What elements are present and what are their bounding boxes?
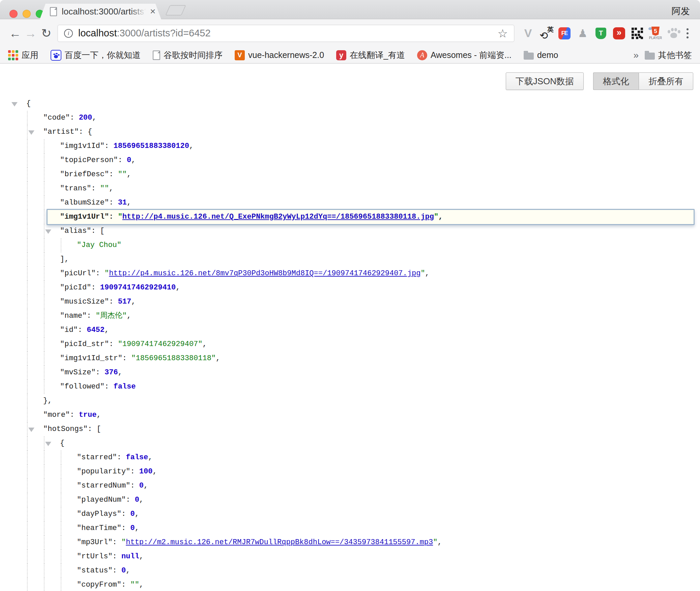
json-token: { <box>88 128 92 136</box>
json-row: "hotSongs": [ <box>0 422 700 436</box>
json-row: "popularity": 100, <box>0 465 700 479</box>
json-link[interactable]: http://p4.music.126.net/8mv7qP30Pd3oHW8b… <box>109 269 420 278</box>
browser-window: localhost:3000/artists?id=645 × 阿发 ← → ↻… <box>0 0 700 591</box>
indent-guide <box>44 182 45 196</box>
bookmark-item[interactable]: y在线翻译_有道 <box>336 50 405 61</box>
indent-guide <box>27 564 28 578</box>
bookmarks-right: » 其他书签 <box>633 50 692 61</box>
back-button[interactable]: ← <box>7 26 23 41</box>
indent-guide <box>61 521 61 535</box>
json-link[interactable]: http://p4.music.126.net/Q_ExePNkmgB2yWyL… <box>122 213 434 221</box>
browser-menu-icon[interactable] <box>682 26 693 41</box>
indent-guide <box>44 281 45 295</box>
collapse-arrow-icon[interactable] <box>45 442 51 446</box>
collapse-arrow-icon[interactable] <box>45 229 51 234</box>
json-token: "copyFrom": <box>77 581 130 589</box>
bookmarks-overflow-icon[interactable]: » <box>633 50 639 61</box>
bookmark-label: 其他书签 <box>658 50 692 61</box>
bookmark-item[interactable]: demo <box>524 50 558 60</box>
bookmark-item[interactable]: AAwesomes - 前端资... <box>417 50 512 61</box>
json-token: "hotSongs": <box>43 425 96 433</box>
json-row: "playedNum": 0, <box>0 493 700 507</box>
json-token: "img1v1Id_str": <box>60 354 131 363</box>
indent-guide <box>27 139 28 153</box>
qr-code-icon[interactable] <box>630 25 645 42</box>
collapse-arrow-icon[interactable] <box>28 130 34 135</box>
json-row: "rtUrls": null, <box>0 550 700 564</box>
tab-close-icon[interactable]: × <box>150 7 155 16</box>
indent-guide <box>27 394 28 408</box>
page-info-icon[interactable]: i <box>64 29 73 38</box>
indent-guide <box>44 252 45 267</box>
vue-devtools-icon[interactable]: V <box>521 25 535 42</box>
json-token: false <box>113 382 136 391</box>
indent-guide <box>44 465 45 479</box>
format-button[interactable]: 格式化 <box>593 72 639 90</box>
indent-guide <box>44 380 45 394</box>
baidu-paw-icon <box>51 50 61 61</box>
bookmark-item[interactable]: 应用 <box>8 50 38 61</box>
figure-icon[interactable]: ♟ <box>575 25 590 42</box>
bookmark-item[interactable]: Vvue-hackernews-2.0 <box>235 50 324 60</box>
indent-guide <box>27 337 28 351</box>
fast-forward-icon[interactable]: » <box>612 25 626 42</box>
indent-guide <box>44 535 45 550</box>
indent-guide <box>27 550 28 564</box>
json-row: { <box>0 436 700 450</box>
indent-guide <box>44 224 45 238</box>
json-link[interactable]: http://m2.music.126.net/RMJR7wDullRqppBk… <box>126 538 433 547</box>
new-tab-button[interactable] <box>165 5 186 15</box>
indent-guide <box>27 507 28 521</box>
html5-player-icon[interactable]: 5PLAYER <box>648 25 663 42</box>
bookmark-item[interactable]: 谷歌按时间排序 <box>153 50 223 61</box>
indent-guide <box>27 196 28 210</box>
close-window-button[interactable] <box>9 10 18 18</box>
json-token: 0 <box>135 496 139 504</box>
indent-guide <box>27 267 28 281</box>
json-row: "code": 200, <box>0 111 700 125</box>
json-tree: {"code": 200,"artist": {"img1v1Id": 1856… <box>0 97 700 591</box>
indent-guide <box>61 465 61 479</box>
json-token: "starredNum": <box>77 481 139 490</box>
collapse-arrow-icon[interactable] <box>11 102 18 106</box>
fe-helper-icon[interactable]: FE <box>557 25 572 42</box>
json-row: "starred": false, <box>0 450 700 465</box>
json-token: "topicPerson": <box>60 156 127 164</box>
tab-title: localhost:3000/artists?id=645 <box>62 6 146 17</box>
indent-guide <box>44 153 45 167</box>
paw-icon[interactable] <box>666 25 681 42</box>
view-mode-group: 格式化 折叠所有 <box>593 72 693 90</box>
json-row: }, <box>0 394 700 408</box>
profile-name[interactable]: 阿发 <box>672 5 690 17</box>
bookmark-other-folder[interactable]: 其他书签 <box>645 50 692 61</box>
json-token: "popularity": <box>77 467 139 476</box>
download-json-button[interactable]: 下载JSON数据 <box>506 72 584 90</box>
indent-guide <box>27 167 28 182</box>
tampermonkey-icon[interactable]: T <box>593 25 608 42</box>
json-row: "hearTime": 0, <box>0 521 700 535</box>
indent-guide <box>27 465 28 479</box>
json-row: "musicSize": 517, <box>0 295 700 309</box>
json-token: 18569651883380120 <box>113 142 189 150</box>
url-text[interactable]: localhost:3000/artists?id=6452 <box>78 28 211 39</box>
bookmark-label: demo <box>537 50 558 60</box>
json-token: "musicSize": <box>60 298 118 306</box>
indent-guide <box>44 309 45 323</box>
collapse-all-button[interactable]: 折叠所有 <box>639 72 693 90</box>
youdao-translate-icon[interactable]: ⟲英 <box>539 25 554 42</box>
indent-guide <box>44 479 45 493</box>
collapse-arrow-icon[interactable] <box>28 428 34 432</box>
json-token: " <box>105 269 109 278</box>
json-token: false <box>126 453 148 462</box>
json-token: 19097417462929410 <box>100 283 176 292</box>
json-token: "hearTime": <box>77 524 130 532</box>
indent-guide <box>44 238 45 252</box>
indent-guide <box>27 351 28 366</box>
json-token: "picId": <box>60 283 100 292</box>
browser-tab[interactable]: localhost:3000/artists?id=645 × <box>40 4 161 19</box>
reload-button[interactable]: ↻ <box>38 26 54 41</box>
bookmark-star-icon[interactable]: ☆ <box>498 27 508 40</box>
address-bar[interactable]: i localhost:3000/artists?id=6452 ☆ <box>57 25 515 42</box>
minimize-window-button[interactable] <box>23 10 31 18</box>
bookmark-item[interactable]: 百度一下，你就知道 <box>51 50 141 61</box>
